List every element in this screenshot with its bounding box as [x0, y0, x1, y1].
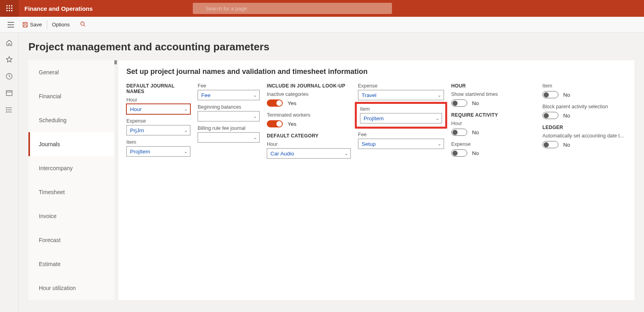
dc-hour-select[interactable]: Car Audio ⌄ [267, 148, 351, 159]
sidebar-item-label: General [39, 69, 59, 76]
billing-rule-select[interactable]: ⌄ [198, 132, 260, 143]
svg-rect-20 [6, 91, 12, 96]
item-label: Item [126, 139, 190, 145]
ra-hour-value: No [472, 129, 479, 135]
item-select[interactable]: ProjItem ⌄ [126, 146, 190, 157]
ledger-autodate-value: No [563, 142, 570, 148]
ra-item-toggle[interactable] [542, 91, 558, 98]
svg-rect-6 [6, 10, 8, 11]
svg-point-17 [81, 22, 84, 26]
svg-rect-8 [11, 10, 12, 11]
dc-fee-label: Fee [358, 132, 444, 137]
beginning-balances-select[interactable]: ⌄ [198, 111, 260, 121]
fee-label: Fee [198, 83, 260, 89]
sidebar-item-hour-util[interactable]: Hour utilization [28, 276, 114, 300]
action-search-icon[interactable] [77, 21, 89, 28]
chevron-down-icon: ⌄ [344, 151, 348, 156]
sidebar-item-scheduling[interactable]: Scheduling [28, 108, 114, 132]
module-icon[interactable] [6, 89, 13, 97]
fee-select[interactable]: Fee ⌄ [198, 90, 260, 100]
hour-label: Hour [126, 97, 190, 103]
block-parent-label: Block parent activity selection [542, 104, 626, 109]
ledger-autodate-toggle[interactable] [542, 141, 558, 148]
sidebar-item-forecast[interactable]: Forecast [28, 228, 114, 252]
save-button[interactable]: Save [18, 17, 46, 32]
sidebar-item-intercompany[interactable]: Intercompany [28, 156, 114, 180]
star-icon[interactable] [6, 56, 13, 63]
ledger-autodate-label: Automatically set accounting date t... [542, 133, 626, 139]
dc-expense-select[interactable]: Travel ⌄ [358, 90, 444, 100]
chevron-down-icon: ⌄ [253, 93, 257, 98]
svg-rect-15 [24, 22, 26, 24]
ra-expense-toggle[interactable] [451, 149, 467, 157]
hour-select[interactable]: Hour ⌄ [126, 104, 190, 114]
group-require-activity: REQUIRE ACTIVITY [451, 112, 535, 118]
section-nav: General Financial Scheduling Journals In… [28, 60, 114, 300]
chevron-down-icon: ⌄ [253, 135, 257, 140]
scroll-handle[interactable] [114, 60, 117, 64]
sidebar-item-estimate[interactable]: Estimate [28, 252, 114, 276]
separator [47, 20, 47, 29]
inactive-label: Inactive categories [267, 91, 351, 97]
dc-fee-select[interactable]: Setup ⌄ [358, 139, 444, 149]
options-button[interactable]: Options [48, 17, 74, 32]
ra-hour-toggle[interactable] [451, 129, 467, 136]
svg-point-25 [6, 107, 7, 108]
group-ledger: LEDGER [542, 125, 626, 130]
ra-hour-label: Hour [451, 121, 535, 126]
show-times-label: Show start/end times [451, 91, 535, 97]
chevron-down-icon: ⌄ [184, 107, 188, 112]
search-input[interactable] [193, 3, 392, 14]
sidebar-item-label: Invoice [39, 213, 56, 219]
dc-item-select[interactable]: ProjItem ⌄ [360, 113, 442, 123]
group-include-lookup: INCLUDE IN JOURNAL LOOK-UP [267, 83, 351, 89]
sidebar-item-timesheet[interactable]: Timesheet [28, 180, 114, 204]
inactive-toggle[interactable] [267, 99, 283, 107]
chevron-down-icon: ⌄ [184, 149, 188, 154]
expense-select[interactable]: PrjJrn ⌄ [126, 125, 190, 135]
page-title: Project management and accounting parame… [28, 33, 634, 60]
group-default-category: DEFAULT CATEGORY [267, 133, 351, 139]
sidebar-item-invoice[interactable]: Invoice [28, 204, 114, 228]
svg-rect-0 [6, 5, 8, 6]
expense-label: Expense [126, 118, 190, 124]
svg-rect-7 [9, 10, 10, 11]
home-icon[interactable] [6, 39, 13, 46]
chevron-down-icon: ⌄ [184, 128, 188, 133]
inactive-value: Yes [288, 100, 296, 106]
sidebar-item-journals[interactable]: Journals [28, 132, 114, 156]
sidebar-item-general[interactable]: General [28, 60, 114, 84]
sidebar-item-label: Estimate [39, 261, 60, 267]
sidebar-item-label: Timesheet [39, 189, 65, 195]
svg-point-26 [6, 109, 7, 110]
app-header: Finance and Operations [0, 0, 644, 17]
svg-rect-1 [9, 5, 10, 6]
show-times-toggle[interactable] [451, 99, 467, 107]
dc-hour-label: Hour [267, 141, 351, 147]
block-parent-toggle[interactable] [542, 112, 558, 119]
ra-expense-value: No [472, 150, 479, 156]
terminated-value: Yes [288, 121, 296, 127]
left-nav-strip [0, 33, 19, 312]
action-bar: Save Options [0, 17, 644, 33]
terminated-toggle[interactable] [267, 120, 283, 127]
dc-expense-label: Expense [358, 83, 444, 89]
billing-rule-label: Billing rule fee journal [198, 125, 260, 131]
hamburger-icon[interactable] [3, 22, 18, 28]
sidebar-item-financial[interactable]: Financial [28, 84, 114, 108]
sidebar-item-label: Intercompany [39, 165, 73, 171]
ra-item-label: Item [542, 83, 626, 89]
ra-item-value: No [563, 92, 570, 98]
group-default-journal: DEFAULT JOURNAL NAMES [126, 83, 190, 94]
list-icon[interactable] [6, 106, 13, 113]
clock-icon[interactable] [6, 73, 13, 80]
waffle-icon[interactable] [0, 0, 19, 17]
chevron-down-icon: ⌄ [438, 93, 441, 98]
terminated-label: Terminated workers [267, 112, 351, 118]
ra-expense-label: Expense [451, 141, 535, 147]
chevron-down-icon: ⌄ [253, 114, 257, 119]
group-hour: HOUR [451, 83, 535, 89]
svg-rect-4 [9, 8, 10, 9]
svg-rect-5 [11, 8, 12, 9]
app-title: Finance and Operations [19, 5, 93, 12]
